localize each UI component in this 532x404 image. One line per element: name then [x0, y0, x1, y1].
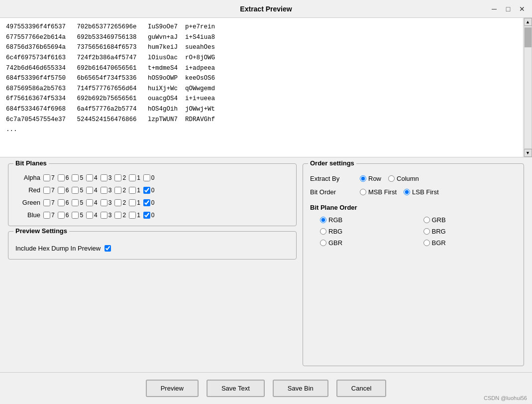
bit-cell-blue-5: 5 [72, 212, 83, 219]
checkbox-red-3[interactable] [101, 187, 107, 194]
checkbox-red-4[interactable] [86, 187, 93, 194]
checkbox-alpha-1[interactable] [129, 174, 136, 181]
plane-order-option-gbr[interactable]: GBR [320, 239, 414, 247]
bit-label-red-5: 5 [80, 187, 83, 194]
hex-dump-checkbox[interactable] [105, 245, 111, 252]
checkbox-blue-1[interactable] [129, 212, 136, 219]
scroll-up-arrow[interactable]: ▲ [524, 18, 532, 26]
checkbox-red-7[interactable] [43, 187, 50, 194]
bit-order-label: Bit Order [310, 188, 355, 196]
checkbox-green-4[interactable] [86, 199, 93, 206]
plane-order-radio-grb[interactable] [424, 217, 430, 223]
checkbox-alpha-3[interactable] [101, 174, 107, 181]
window-title: Extract Preview [240, 5, 292, 13]
extract-by-group: Row Column [360, 175, 419, 182]
checkbox-red-6[interactable] [58, 187, 65, 194]
checkbox-blue-5[interactable] [72, 212, 79, 219]
bit-cell-red-2: 2 [114, 187, 126, 194]
save-text-button[interactable]: Save Text [207, 380, 265, 397]
checkbox-alpha-2[interactable] [114, 174, 121, 181]
save-bin-button[interactable]: Save Bin [273, 380, 328, 397]
plane-order-option-bgr[interactable]: BGR [424, 239, 517, 247]
channel-label-blue: Blue [15, 211, 40, 219]
maximize-button[interactable]: □ [503, 4, 513, 14]
plane-order-option-brg[interactable]: BRG [424, 228, 517, 235]
plane-order-option-rgb[interactable]: RGB [320, 216, 414, 224]
checkbox-red-2[interactable] [114, 187, 121, 194]
bit-cell-red-3: 3 [101, 187, 112, 194]
checkbox-green-0[interactable] [143, 199, 150, 206]
checkbox-blue-6[interactable] [58, 212, 65, 219]
checkbox-green-1[interactable] [129, 199, 136, 206]
checkbox-alpha-6[interactable] [58, 174, 65, 181]
scrollbar[interactable]: ▲ ▼ [523, 18, 532, 157]
bit-cell-blue-1: 1 [129, 212, 140, 219]
checkbox-green-3[interactable] [101, 199, 107, 206]
bit-cell-green-6: 6 [58, 199, 69, 206]
plane-order-radio-brg[interactable] [424, 228, 430, 235]
bit-cell-alpha-5: 5 [72, 174, 83, 181]
checkbox-red-5[interactable] [72, 187, 79, 194]
scroll-down-arrow[interactable]: ▼ [524, 149, 532, 157]
checkbox-blue-3[interactable] [101, 212, 107, 219]
plane-order-option-grb[interactable]: GRB [424, 216, 517, 224]
bit-label-alpha-3: 3 [108, 174, 112, 181]
bit-label-alpha-6: 6 [66, 174, 69, 181]
plane-order-option-rbg[interactable]: RBG [320, 228, 414, 235]
scroll-track[interactable] [524, 26, 532, 149]
checkbox-alpha-4[interactable] [86, 174, 93, 181]
bit-cell-green-2: 2 [114, 199, 126, 206]
lsb-first-option[interactable]: LSB First [404, 188, 438, 196]
bit-cell-red-0: 0 [143, 187, 155, 194]
plane-order-radio-rgb[interactable] [320, 217, 326, 223]
channel-row-red: Red76543210 [15, 186, 289, 194]
checkbox-green-7[interactable] [43, 199, 50, 206]
checkbox-blue-7[interactable] [43, 212, 50, 219]
bit-label-red-4: 4 [94, 187, 98, 194]
checkbox-red-1[interactable] [129, 187, 136, 194]
bit-label-alpha-5: 5 [80, 174, 83, 181]
order-settings-title: Order settings [308, 159, 356, 167]
channel-label-alpha: Alpha [15, 174, 40, 181]
minimize-button[interactable]: ─ [489, 4, 499, 14]
checkbox-green-6[interactable] [58, 199, 65, 206]
bit-label-green-1: 1 [137, 199, 140, 206]
plane-order-radio-gbr[interactable] [320, 240, 326, 246]
preview-settings-title: Preview Settings [13, 227, 69, 235]
checkbox-alpha-7[interactable] [43, 174, 50, 181]
preview-settings-group: Preview Settings Include Hex Dump In Pre… [8, 231, 297, 260]
checkbox-red-0[interactable] [143, 187, 150, 194]
checkbox-green-2[interactable] [114, 199, 121, 206]
channel-row-green: Green76543210 [15, 199, 289, 206]
checkbox-blue-2[interactable] [114, 212, 121, 219]
checkbox-green-5[interactable] [72, 199, 79, 206]
extract-by-column-radio[interactable] [388, 175, 395, 182]
plane-order-radio-rbg[interactable] [320, 228, 326, 235]
checkbox-alpha-0[interactable] [143, 174, 150, 181]
order-settings-group: Order settings Extract By Row Column Bit… [303, 163, 524, 366]
extract-by-column-option[interactable]: Column [388, 175, 419, 182]
bit-cell-green-3: 3 [101, 199, 112, 206]
bit-cell-red-4: 4 [86, 187, 98, 194]
preview-button[interactable]: Preview [146, 380, 199, 397]
bit-label-green-2: 2 [122, 199, 126, 206]
plane-order-radio-bgr[interactable] [424, 240, 430, 246]
checkbox-blue-4[interactable] [86, 212, 93, 219]
lsb-first-radio[interactable] [404, 189, 410, 195]
extract-by-row-radio[interactable] [360, 175, 366, 182]
checkbox-blue-0[interactable] [143, 212, 150, 219]
bit-label-green-0: 0 [151, 199, 155, 206]
bit-label-blue-0: 0 [151, 212, 155, 219]
bit-cell-alpha-4: 4 [86, 174, 98, 181]
close-button[interactable]: ✕ [517, 4, 527, 14]
extract-by-row-option[interactable]: Row [360, 175, 381, 182]
bit-cell-blue-4: 4 [86, 212, 98, 219]
bit-label-green-6: 6 [66, 199, 69, 206]
msb-first-radio[interactable] [360, 189, 366, 195]
bit-cell-green-1: 1 [129, 199, 140, 206]
checkbox-alpha-5[interactable] [72, 174, 79, 181]
bit-label-alpha-0: 0 [151, 174, 155, 181]
scroll-thumb[interactable] [525, 27, 532, 47]
msb-first-option[interactable]: MSB First [360, 188, 397, 196]
cancel-button[interactable]: Cancel [336, 380, 386, 397]
